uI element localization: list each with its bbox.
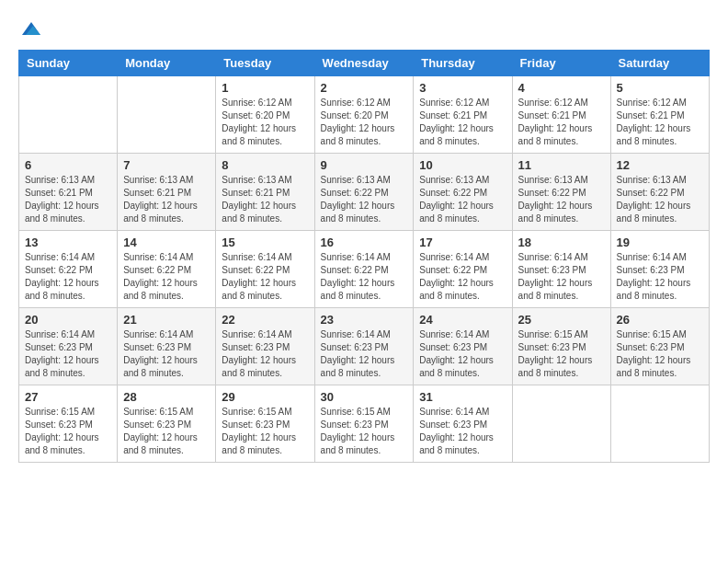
calendar-cell: 9Sunrise: 6:13 AM Sunset: 6:22 PM Daylig… (314, 154, 414, 231)
weekday-header-cell: Tuesday (216, 51, 314, 76)
calendar-cell: 10Sunrise: 6:13 AM Sunset: 6:22 PM Dayli… (414, 154, 512, 231)
day-info: Sunrise: 6:13 AM Sunset: 6:22 PM Dayligh… (321, 174, 408, 225)
day-number: 4 (518, 81, 605, 95)
day-info: Sunrise: 6:13 AM Sunset: 6:22 PM Dayligh… (617, 174, 703, 225)
day-info: Sunrise: 6:14 AM Sunset: 6:22 PM Dayligh… (222, 251, 308, 303)
day-info: Sunrise: 6:15 AM Sunset: 6:23 PM Dayligh… (222, 406, 308, 457)
calendar-cell: 29Sunrise: 6:15 AM Sunset: 6:23 PM Dayli… (216, 385, 314, 463)
calendar-table: SundayMondayTuesdayWednesdayThursdayFrid… (18, 50, 710, 463)
day-info: Sunrise: 6:14 AM Sunset: 6:23 PM Dayligh… (321, 328, 408, 380)
calendar-cell: 23Sunrise: 6:14 AM Sunset: 6:23 PM Dayli… (314, 308, 414, 385)
calendar-cell: 26Sunrise: 6:15 AM Sunset: 6:23 PM Dayli… (610, 308, 709, 385)
calendar-cell: 30Sunrise: 6:15 AM Sunset: 6:23 PM Dayli… (314, 385, 414, 463)
calendar-cell (19, 76, 118, 154)
day-info: Sunrise: 6:14 AM Sunset: 6:22 PM Dayligh… (25, 251, 111, 303)
day-info: Sunrise: 6:15 AM Sunset: 6:23 PM Dayligh… (25, 406, 111, 457)
calendar-cell: 8Sunrise: 6:13 AM Sunset: 6:21 PM Daylig… (216, 154, 314, 231)
day-number: 21 (123, 313, 210, 327)
calendar-body: 1Sunrise: 6:12 AM Sunset: 6:20 PM Daylig… (19, 76, 710, 463)
calendar-cell: 21Sunrise: 6:14 AM Sunset: 6:23 PM Dayli… (118, 308, 216, 385)
day-info: Sunrise: 6:14 AM Sunset: 6:22 PM Dayligh… (419, 251, 506, 303)
calendar-week-row: 13Sunrise: 6:14 AM Sunset: 6:22 PM Dayli… (19, 231, 710, 308)
calendar-week-row: 6Sunrise: 6:13 AM Sunset: 6:21 PM Daylig… (19, 154, 710, 231)
day-info: Sunrise: 6:15 AM Sunset: 6:23 PM Dayligh… (123, 406, 210, 457)
day-number: 13 (25, 236, 111, 249)
calendar-cell: 14Sunrise: 6:14 AM Sunset: 6:22 PM Dayli… (118, 231, 216, 308)
day-number: 2 (321, 81, 408, 95)
day-number: 1 (222, 81, 308, 95)
calendar-cell: 13Sunrise: 6:14 AM Sunset: 6:22 PM Dayli… (19, 231, 118, 308)
logo-icon (20, 18, 42, 40)
day-info: Sunrise: 6:14 AM Sunset: 6:22 PM Dayligh… (321, 251, 408, 303)
calendar-cell: 17Sunrise: 6:14 AM Sunset: 6:22 PM Dayli… (414, 231, 512, 308)
calendar-cell: 20Sunrise: 6:14 AM Sunset: 6:23 PM Dayli… (19, 308, 118, 385)
day-info: Sunrise: 6:12 AM Sunset: 6:21 PM Dayligh… (617, 97, 703, 148)
calendar-cell (610, 385, 709, 463)
day-info: Sunrise: 6:14 AM Sunset: 6:23 PM Dayligh… (123, 328, 210, 380)
day-info: Sunrise: 6:15 AM Sunset: 6:23 PM Dayligh… (518, 328, 605, 380)
calendar-cell: 19Sunrise: 6:14 AM Sunset: 6:23 PM Dayli… (610, 231, 709, 308)
logo (18, 18, 42, 40)
calendar-cell (118, 76, 216, 154)
day-number: 18 (518, 236, 605, 249)
day-info: Sunrise: 6:12 AM Sunset: 6:21 PM Dayligh… (518, 97, 605, 148)
day-info: Sunrise: 6:14 AM Sunset: 6:23 PM Dayligh… (419, 328, 506, 380)
day-number: 24 (419, 313, 506, 327)
day-info: Sunrise: 6:13 AM Sunset: 6:21 PM Dayligh… (222, 174, 308, 225)
calendar-cell: 2Sunrise: 6:12 AM Sunset: 6:20 PM Daylig… (314, 76, 414, 154)
day-number: 27 (25, 390, 111, 404)
day-number: 12 (617, 158, 703, 172)
day-info: Sunrise: 6:14 AM Sunset: 6:23 PM Dayligh… (419, 406, 506, 457)
calendar-cell: 5Sunrise: 6:12 AM Sunset: 6:21 PM Daylig… (610, 76, 709, 154)
day-number: 19 (617, 236, 703, 249)
calendar-week-row: 1Sunrise: 6:12 AM Sunset: 6:20 PM Daylig… (19, 76, 710, 154)
day-number: 8 (222, 158, 308, 172)
day-number: 7 (123, 158, 210, 172)
day-number: 14 (123, 236, 210, 249)
calendar-cell: 31Sunrise: 6:14 AM Sunset: 6:23 PM Dayli… (414, 385, 512, 463)
day-number: 23 (321, 313, 408, 327)
day-number: 16 (321, 236, 408, 249)
day-number: 17 (419, 236, 506, 249)
calendar-cell: 18Sunrise: 6:14 AM Sunset: 6:23 PM Dayli… (512, 231, 610, 308)
calendar-cell: 15Sunrise: 6:14 AM Sunset: 6:22 PM Dayli… (216, 231, 314, 308)
weekday-header-row: SundayMondayTuesdayWednesdayThursdayFrid… (19, 51, 710, 76)
day-number: 11 (518, 158, 605, 172)
day-number: 31 (419, 390, 506, 404)
day-info: Sunrise: 6:14 AM Sunset: 6:22 PM Dayligh… (123, 251, 210, 303)
day-info: Sunrise: 6:14 AM Sunset: 6:23 PM Dayligh… (25, 328, 111, 380)
weekday-header-cell: Thursday (414, 51, 512, 76)
weekday-header-cell: Monday (118, 51, 216, 76)
day-number: 20 (25, 313, 111, 327)
weekday-header-cell: Friday (512, 51, 610, 76)
calendar-week-row: 20Sunrise: 6:14 AM Sunset: 6:23 PM Dayli… (19, 308, 710, 385)
day-number: 25 (518, 313, 605, 327)
calendar-cell: 22Sunrise: 6:14 AM Sunset: 6:23 PM Dayli… (216, 308, 314, 385)
day-number: 10 (419, 158, 506, 172)
day-info: Sunrise: 6:13 AM Sunset: 6:22 PM Dayligh… (419, 174, 506, 225)
day-number: 9 (321, 158, 408, 172)
day-number: 26 (617, 313, 703, 327)
day-info: Sunrise: 6:13 AM Sunset: 6:22 PM Dayligh… (518, 174, 605, 225)
calendar-cell (512, 385, 610, 463)
weekday-header-cell: Sunday (19, 51, 118, 76)
calendar-cell: 7Sunrise: 6:13 AM Sunset: 6:21 PM Daylig… (118, 154, 216, 231)
calendar-cell: 28Sunrise: 6:15 AM Sunset: 6:23 PM Dayli… (118, 385, 216, 463)
day-info: Sunrise: 6:15 AM Sunset: 6:23 PM Dayligh… (321, 406, 408, 457)
calendar-cell: 1Sunrise: 6:12 AM Sunset: 6:20 PM Daylig… (216, 76, 314, 154)
day-number: 15 (222, 236, 308, 249)
day-info: Sunrise: 6:14 AM Sunset: 6:23 PM Dayligh… (222, 328, 308, 380)
calendar-cell: 6Sunrise: 6:13 AM Sunset: 6:21 PM Daylig… (19, 154, 118, 231)
calendar-cell: 11Sunrise: 6:13 AM Sunset: 6:22 PM Dayli… (512, 154, 610, 231)
weekday-header-cell: Wednesday (314, 51, 414, 76)
day-number: 22 (222, 313, 308, 327)
day-info: Sunrise: 6:12 AM Sunset: 6:20 PM Dayligh… (321, 97, 408, 148)
calendar-cell: 16Sunrise: 6:14 AM Sunset: 6:22 PM Dayli… (314, 231, 414, 308)
calendar-cell: 25Sunrise: 6:15 AM Sunset: 6:23 PM Dayli… (512, 308, 610, 385)
day-number: 6 (25, 158, 111, 172)
day-info: Sunrise: 6:15 AM Sunset: 6:23 PM Dayligh… (617, 328, 703, 380)
day-info: Sunrise: 6:13 AM Sunset: 6:21 PM Dayligh… (123, 174, 210, 225)
day-number: 29 (222, 390, 308, 404)
calendar-week-row: 27Sunrise: 6:15 AM Sunset: 6:23 PM Dayli… (19, 385, 710, 463)
calendar-cell: 27Sunrise: 6:15 AM Sunset: 6:23 PM Dayli… (19, 385, 118, 463)
